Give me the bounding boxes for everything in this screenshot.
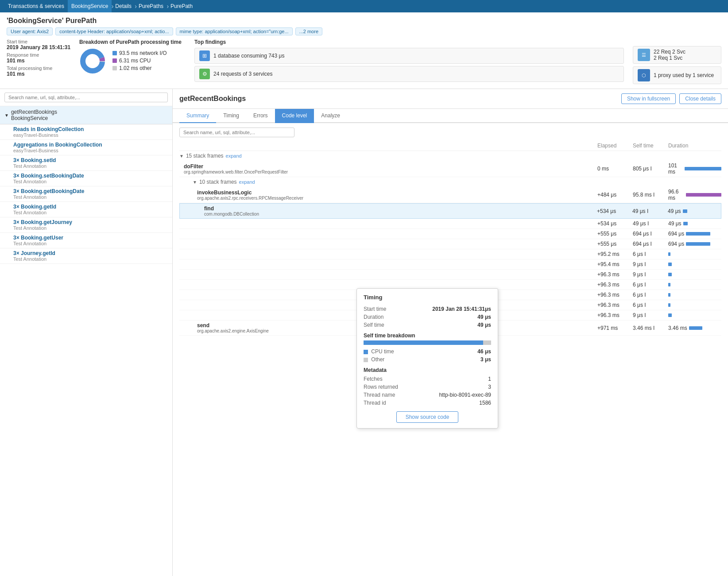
popup-fetches-label: Fetches: [364, 376, 383, 382]
popup-thread-id-label: Thread id: [364, 400, 386, 406]
tag-content-type[interactable]: content-type Header: application/soap+xm…: [55, 27, 173, 35]
popup-duration: Duration 49 μs: [364, 313, 491, 321]
tree-item-setbookingdate[interactable]: 3× Booking.setBookingDate Test Annotatio…: [0, 171, 172, 186]
tab-analyze[interactable]: Analyze: [314, 109, 347, 123]
class-invoke: org.apache.axis2.rpc.receivers.RPCMessag…: [197, 196, 597, 201]
breadcrumb-details[interactable]: Details: [112, 0, 135, 12]
bar-send: [689, 326, 702, 330]
popup-cpu: CPU time 46 μs: [364, 348, 491, 356]
close-details-button[interactable]: Close details: [679, 93, 721, 104]
elapsed-send: +971 ms: [597, 325, 633, 331]
tree-root-service: BookingService: [11, 115, 57, 121]
method-find: find: [204, 205, 597, 212]
fullscreen-button[interactable]: Show in fullscreen: [621, 93, 676, 104]
findings-section: Top findings ⊞ 1 database consuming 743 …: [194, 39, 624, 84]
tree-item-setid[interactable]: 3× Booking.setId Test Annotation: [0, 155, 172, 171]
tag-mime-type[interactable]: mime type: application/soap+xml; action=…: [176, 27, 293, 35]
selftime-send: 3.46 ms I: [633, 325, 668, 331]
popup-rows: Rows returned 3: [364, 383, 491, 391]
tree-item-reads[interactable]: Reads in BookingCollection easyTravel-Bu…: [0, 124, 172, 140]
bar-cpu: [364, 340, 483, 345]
bar-other: [483, 340, 491, 345]
tab-timing[interactable]: Timing: [216, 109, 246, 123]
selftime-12: 6 μs I: [633, 302, 668, 308]
selftime-6: 694 μs I: [633, 241, 668, 247]
code-search-input[interactable]: [179, 128, 294, 137]
bar-8: [668, 263, 672, 266]
stack-row-invoke: invokeBusinessLogic org.apache.axis2.rpc…: [179, 187, 721, 203]
tag-user-agent[interactable]: User agent: Axis2: [7, 27, 53, 35]
col-headers: Elapsed Self time Duration: [179, 141, 721, 151]
popup-start-time-label: Start time: [364, 306, 386, 312]
expand-link[interactable]: expand: [226, 153, 242, 158]
breakdown-title: Breakdown of PurePath processing time: [79, 39, 186, 45]
class-dofilter: org.springframework.web.filter.OncePerRe…: [184, 170, 597, 174]
breadcrumb-purepaths[interactable]: PurePaths: [135, 0, 167, 12]
duration-8: [668, 263, 721, 266]
page-title: 'BookingService' PurePath: [7, 17, 721, 25]
stack-row-8: +95.4 ms 9 μs I: [179, 259, 721, 270]
tree-item-aggregations[interactable]: Aggregations in BookingCollection easyTr…: [0, 140, 172, 155]
collapse-icon[interactable]: ▼: [179, 154, 184, 158]
tree-item-getid[interactable]: 3× Booking.getId Test Annotation: [0, 202, 172, 217]
svg-point-0: [83, 51, 102, 71]
tree-item-setid-name: 3× Booking.setId: [13, 157, 168, 163]
tag-more[interactable]: ...2 more: [295, 27, 322, 35]
header-buttons: Show in fullscreen Close details: [621, 93, 721, 104]
tab-code-level[interactable]: Code level: [275, 109, 314, 123]
duration-10: [668, 283, 721, 286]
bar-9: [668, 273, 672, 276]
popup-thread-id-value: 1586: [479, 400, 491, 406]
tree-item-getuser[interactable]: 3× Booking.getUser Test Annotation: [0, 233, 172, 248]
tree-item-getbookingdate-name: 3× Booking.getBookingDate: [13, 188, 168, 194]
expand-icon[interactable]: ▼: [4, 113, 9, 118]
top-cards: ☰ 22 Req 2 Svc 2 Req 1 Svc ⬡ 1 proxy use…: [633, 46, 721, 84]
tree-item-getjourney-name: 3× Booking.getJourney: [13, 219, 168, 225]
header-content: Start time 2019 January 28 15:41:31 Resp…: [7, 39, 721, 84]
duration-9: [668, 273, 721, 276]
breadcrumb-transactions[interactable]: Transactions & services: [4, 0, 68, 12]
tree-item-getbookingdate[interactable]: 3× Booking.getBookingDate Test Annotatio…: [0, 186, 172, 202]
show-source-button[interactable]: Show source code: [396, 411, 459, 423]
finding-db-label: 1 database consuming 743 μs: [213, 53, 284, 59]
breadcrumb-purepath[interactable]: PurePath: [167, 0, 196, 12]
selftime-5: 694 μs I: [633, 231, 668, 237]
col-duration: Duration: [668, 143, 721, 149]
selftime-invoke: 95.8 ms I: [633, 192, 668, 198]
elapsed-12: +96.3 ms: [597, 302, 633, 308]
tree-item-getjourney-service: Test Annotation: [13, 225, 168, 231]
tree-item-journeygetid[interactable]: 3× Journey.getId Test Annotation: [0, 248, 172, 264]
search-input[interactable]: [4, 93, 168, 102]
stack-row-find: find com.mongodb.DBCollection +534 μs 49…: [179, 203, 721, 219]
tree-item-getbookingdate-service: Test Annotation: [13, 194, 168, 200]
expand-link-2[interactable]: expand: [239, 179, 255, 185]
top-card-req[interactable]: ☰ 22 Req 2 Svc 2 Req 1 Svc: [633, 46, 721, 64]
top-card-proxy[interactable]: ⬡ 1 proxy used by 1 service: [633, 66, 721, 84]
selftime-8: 9 μs I: [633, 261, 668, 267]
tab-errors[interactable]: Errors: [246, 109, 275, 123]
top-card-proxy-text: 1 proxy used by 1 service: [654, 72, 714, 78]
popup-thread-name-label: Thread name: [364, 392, 395, 398]
legend-other: 1.02 ms other: [112, 65, 167, 71]
popup-self-time: Self time 49 μs: [364, 321, 491, 329]
finding-req[interactable]: ⚙ 24 requests of 3 services: [194, 66, 624, 82]
duration-13: [668, 313, 721, 317]
header-tags: User agent: Axis2 content-type Header: a…: [7, 27, 721, 35]
collapse-icon-2[interactable]: ▼: [193, 180, 197, 185]
tab-summary[interactable]: Summary: [179, 109, 216, 123]
tree-item-getjourney[interactable]: 3× Booking.getJourney Test Annotation: [0, 217, 172, 233]
req-icon: ⚙: [199, 69, 210, 79]
tree-root-item[interactable]: ▼ getRecentBookings BookingService: [0, 106, 172, 124]
legend-label-network: 93.5 ms network I/O: [119, 50, 167, 56]
popup-thread-name-value: http-bio-8091-exec-89: [439, 392, 491, 398]
finding-db[interactable]: ⊞ 1 database consuming 743 μs: [194, 48, 624, 64]
elapsed-invoke: +484 μs: [597, 192, 633, 198]
bar-invoke: [686, 193, 721, 197]
legend-network: 93.5 ms network I/O: [112, 50, 167, 56]
breadcrumb-bookingservice[interactable]: BookingService: [68, 0, 112, 12]
bar-6: [686, 242, 710, 246]
tree-item-getuser-service: Test Annotation: [13, 241, 168, 246]
elapsed-4: +534 μs: [597, 220, 633, 227]
tree-item-setbookingdate-name: 3× Booking.setBookingDate: [13, 173, 168, 179]
start-time-label: Start time: [7, 39, 70, 44]
